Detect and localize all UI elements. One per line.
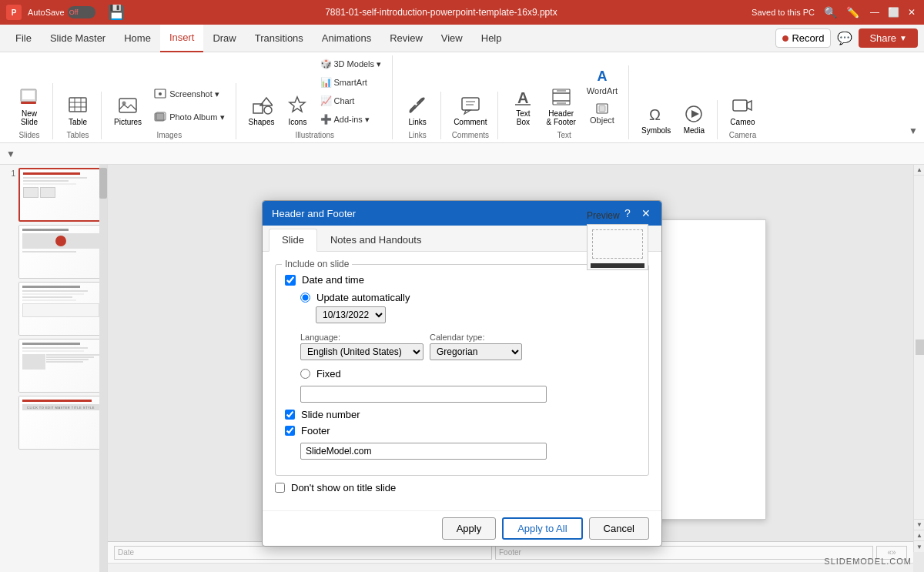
textbox-icon: A bbox=[511, 85, 535, 109]
comment-icon[interactable]: 💬 bbox=[837, 31, 852, 45]
icons-button[interactable]: Icons bbox=[280, 92, 314, 128]
footer-label: Footer bbox=[301, 425, 330, 437]
tab-review[interactable]: Review bbox=[380, 25, 432, 52]
smartart-button[interactable]: 📊 SmartArt bbox=[316, 74, 386, 91]
slide-thumb-3[interactable] bbox=[3, 282, 104, 336]
ribbon-group-images: Pictures Screenshot ▾ Photo Album ▾ bbox=[103, 83, 236, 139]
new-slide-button[interactable]: NewSlide bbox=[12, 83, 46, 128]
language-group: Language: English (United States) bbox=[300, 333, 424, 360]
textbox-button[interactable]: A TextBox bbox=[506, 83, 540, 128]
restore-btn[interactable]: ⬜ bbox=[887, 6, 899, 18]
footer-field: Footer bbox=[495, 546, 873, 560]
scroll-down-arrow[interactable]: ▼ bbox=[914, 519, 924, 530]
record-button[interactable]: Record bbox=[775, 28, 831, 48]
save-icon[interactable]: 💾 bbox=[108, 4, 125, 21]
header-footer-button[interactable]: Header& Footer bbox=[541, 83, 580, 128]
slide-thumb-1[interactable]: 1 bbox=[3, 168, 104, 222]
media-button[interactable]: Media bbox=[677, 100, 711, 136]
svg-rect-1 bbox=[22, 91, 35, 99]
date-time-label: Date and time bbox=[302, 274, 364, 286]
photo-album-button[interactable]: Photo Album ▾ bbox=[148, 106, 229, 128]
fixed-radio[interactable] bbox=[300, 369, 310, 379]
symbols-button[interactable]: Ω Symbols bbox=[637, 100, 675, 136]
dont-show-row: Don't show on title slide bbox=[275, 482, 649, 493]
formula-bar-arrow[interactable]: ▼ bbox=[6, 149, 15, 159]
cancel-button[interactable]: Cancel bbox=[589, 517, 649, 540]
update-auto-radio[interactable] bbox=[300, 293, 310, 303]
shapes-button[interactable]: Shapes bbox=[244, 92, 280, 128]
illustrations-group-label: Illustrations bbox=[244, 129, 387, 139]
slide-preview-1[interactable] bbox=[18, 168, 103, 222]
icons-icon bbox=[285, 93, 310, 118]
svg-rect-8 bbox=[119, 99, 136, 112]
date-time-checkbox[interactable] bbox=[285, 275, 296, 286]
language-select[interactable]: English (United States) bbox=[300, 343, 424, 360]
pictures-button[interactable]: Pictures bbox=[109, 92, 146, 128]
tab-home[interactable]: Home bbox=[115, 25, 160, 52]
search-icon[interactable]: 🔍 bbox=[824, 6, 837, 18]
saved-state: Saved to this PC bbox=[752, 8, 815, 17]
sidebar-scrollbar[interactable] bbox=[99, 165, 107, 572]
minimize-btn[interactable]: — bbox=[869, 6, 881, 18]
autosave-label: AutoSave bbox=[28, 8, 65, 17]
tab-animations[interactable]: Animations bbox=[313, 25, 380, 52]
cameo-button[interactable]: Cameo bbox=[725, 92, 759, 128]
slide-number-checkbox[interactable] bbox=[285, 410, 295, 420]
slide-number-3 bbox=[3, 282, 15, 283]
calendar-select[interactable]: Gregorian bbox=[430, 343, 522, 360]
slide-thumb-4[interactable] bbox=[3, 339, 104, 393]
addins-button[interactable]: ➕ Add-ins ▾ bbox=[316, 111, 386, 128]
autosave-toggle[interactable]: Off bbox=[68, 6, 95, 18]
svg-rect-2 bbox=[21, 102, 36, 104]
cameo-label: Cameo bbox=[730, 118, 755, 126]
canvas-bottom-scrollbar[interactable] bbox=[108, 563, 913, 572]
slide-thumb-2[interactable] bbox=[3, 225, 104, 279]
shapes-icon bbox=[249, 93, 274, 118]
tables-group-label: Tables bbox=[61, 129, 95, 139]
scroll-up-arrow[interactable]: ▲ bbox=[914, 165, 924, 176]
dont-show-checkbox[interactable] bbox=[275, 483, 285, 493]
tab-draw[interactable]: Draw bbox=[203, 25, 245, 52]
svg-rect-25 bbox=[553, 89, 570, 105]
chart-icon: 📈 bbox=[320, 95, 332, 106]
tab-file[interactable]: File bbox=[6, 25, 41, 52]
canvas-right-scrollbar[interactable]: ▲ ▼ ▲ ▼ bbox=[913, 165, 924, 552]
tab-help[interactable]: Help bbox=[472, 25, 511, 52]
slide-preview-4[interactable] bbox=[18, 339, 103, 393]
fixed-text-input[interactable] bbox=[300, 386, 547, 403]
apply-to-all-button[interactable]: Apply to All bbox=[502, 517, 582, 540]
dialog-tab-slide[interactable]: Slide bbox=[269, 229, 317, 252]
slides-group-items: NewSlide bbox=[12, 83, 46, 128]
ribbon-expand[interactable]: ▼ bbox=[909, 125, 918, 139]
next-slide-btn[interactable]: ▼ bbox=[914, 541, 924, 552]
links-button[interactable]: Links bbox=[400, 92, 434, 128]
slide-thumb-5[interactable]: CLICK TO EDIT MASTER TITLE STYLE bbox=[3, 396, 104, 450]
comment-button[interactable]: Comment bbox=[449, 92, 491, 128]
slide-preview-3[interactable] bbox=[18, 282, 103, 336]
tab-insert[interactable]: Insert bbox=[160, 25, 204, 52]
tab-view[interactable]: View bbox=[432, 25, 472, 52]
object-button[interactable]: Object bbox=[582, 100, 622, 128]
tab-transitions[interactable]: Transitions bbox=[246, 25, 313, 52]
slide-preview-2[interactable] bbox=[18, 225, 103, 279]
footer-text-input[interactable] bbox=[300, 443, 547, 460]
header-footer-dialog: Header and Footer ? ✕ Slide Notes and Ha… bbox=[262, 200, 662, 547]
chart-button[interactable]: 📈 Chart bbox=[316, 92, 386, 109]
prev-slide-btn[interactable]: ▲ bbox=[914, 530, 924, 541]
preview-inner bbox=[592, 229, 643, 259]
edit-icon[interactable]: ✏️ bbox=[846, 6, 859, 18]
close-btn[interactable]: ✕ bbox=[906, 6, 918, 18]
tab-slidemaster[interactable]: Slide Master bbox=[41, 25, 115, 52]
table-button[interactable]: Table bbox=[61, 92, 95, 128]
wordart-button[interactable]: A WordArt bbox=[582, 65, 622, 99]
dialog-tab-notes[interactable]: Notes and Handouts bbox=[317, 229, 435, 251]
screenshot-button[interactable]: Screenshot ▾ bbox=[148, 83, 229, 105]
footer-checkbox[interactable] bbox=[285, 426, 295, 436]
header-footer-icon bbox=[549, 85, 574, 109]
smartart-icon: 📊 bbox=[320, 77, 332, 88]
3d-models-button[interactable]: 🎲 3D Models ▾ bbox=[316, 55, 386, 72]
share-button[interactable]: Share ▼ bbox=[859, 28, 918, 48]
date-select[interactable]: 10/13/2022 bbox=[316, 306, 386, 323]
slide-preview-5[interactable]: CLICK TO EDIT MASTER TITLE STYLE bbox=[18, 396, 103, 450]
apply-button[interactable]: Apply bbox=[442, 517, 497, 540]
